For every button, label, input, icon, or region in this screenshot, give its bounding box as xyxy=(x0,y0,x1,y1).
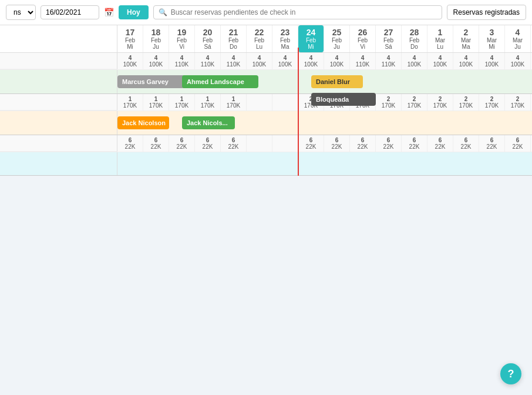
room-row-3 xyxy=(0,152,532,176)
price-cell-5 xyxy=(247,135,272,152)
room-row-jack: Jack Nicolson Jack Nicols... xyxy=(0,111,532,135)
ahmed-landscape-label: Ahmed Landscape xyxy=(187,78,244,85)
daniel-blur-bar[interactable]: Daniel Blur xyxy=(311,75,363,88)
toolbar: ns 📅 Hoy 🔍 Reservas registradas xyxy=(0,0,532,25)
price-cell-6: 4100K xyxy=(272,53,298,69)
bloqueada-label: Bloqueada xyxy=(316,96,349,103)
price-cell-14: 622K xyxy=(479,135,505,152)
jack-nicolson-label-2: Jack Nicols... xyxy=(187,119,228,126)
header-row-label xyxy=(0,25,117,52)
date-cell-3-Mar: 3MarMi xyxy=(479,25,505,52)
price-cells-3: 622K622K622K622K622K622K622K622K622K622K… xyxy=(117,135,532,152)
price-cell-13: 2170K xyxy=(453,94,479,111)
daniel-blur-label: Daniel Blur xyxy=(316,78,350,85)
price-cell-2: 4110K xyxy=(169,53,195,69)
today-line xyxy=(298,48,299,176)
price-cell-10: 4110K xyxy=(376,53,402,69)
bloqueada-bar[interactable]: Bloqueada xyxy=(311,93,376,106)
price-label-1 xyxy=(0,53,117,69)
jack-nicolson-bar-1[interactable]: Jack Nicolson xyxy=(117,116,169,129)
price-cell-8: 4100K xyxy=(324,53,350,69)
price-cell-8: 622K xyxy=(324,135,350,152)
price-cell-11: 622K xyxy=(402,135,427,152)
section-1: 4100K4100K4110K4110K4110K4100K4100K4100K… xyxy=(0,53,532,94)
price-cell-5 xyxy=(247,94,272,111)
price-cell-3: 622K xyxy=(195,135,221,152)
price-label-3 xyxy=(0,135,117,152)
ahmed-landscape-bar[interactable]: Ahmed Landscape xyxy=(182,75,258,88)
room-label-1 xyxy=(0,70,117,93)
jack-nicolson-bar-2[interactable]: Jack Nicols... xyxy=(182,116,235,129)
price-row-1: 4100K4100K4110K4110K4110K4100K4100K4100K… xyxy=(0,53,532,70)
price-cell-10: 622K xyxy=(376,135,402,152)
date-input[interactable] xyxy=(41,5,99,19)
price-cell-9: 4110K xyxy=(350,53,376,69)
price-cell-12: 4100K xyxy=(427,53,453,69)
price-cell-0: 1170K xyxy=(117,94,143,111)
search-input[interactable] xyxy=(171,8,437,16)
price-cell-15: 622K xyxy=(505,135,531,152)
price-cell-2: 622K xyxy=(169,135,195,152)
search-icon: 🔍 xyxy=(159,8,167,16)
price-cell-7: 4100K xyxy=(298,53,324,69)
date-cell-28-Feb: 28FebDo xyxy=(402,25,427,52)
date-cell-2-Mar: 2MarMa xyxy=(453,25,479,52)
date-cell-1-Mar: 1MarLu xyxy=(427,25,453,52)
price-cell-4: 1170K xyxy=(221,94,247,111)
room-label-2 xyxy=(0,111,117,135)
price-cells-1: 4100K4100K4110K4110K4110K4100K4100K4100K… xyxy=(117,53,532,69)
date-cell-26-Feb: 26FebVi xyxy=(350,25,376,52)
date-cell-21-Feb: 21FebDo xyxy=(221,25,247,52)
price-cell-11: 2170K xyxy=(402,94,427,111)
price-cell-13: 4100K xyxy=(453,53,479,69)
search-box: 🔍 xyxy=(153,5,442,19)
date-header-row: 17FebMi18FebJu19FebVi20FebSá21FebDo22Feb… xyxy=(0,25,532,53)
date-cell-24-Feb: 24FebMi xyxy=(298,25,324,52)
price-cell-0: 622K xyxy=(117,135,143,152)
date-cell-17-Feb: 17FebMi xyxy=(117,25,143,52)
date-cell-4-Mar: 4MarJu xyxy=(505,25,531,52)
reservas-button[interactable]: Reservas registradas xyxy=(447,5,526,20)
section-2: 1170K1170K1170K1170K1170K2170K2170K2170K… xyxy=(0,94,532,135)
jack-nicolson-label-1: Jack Nicolson xyxy=(122,119,166,126)
calendar-grid: 17FebMi18FebJu19FebVi20FebSá21FebDo22Feb… xyxy=(0,25,532,176)
price-cell-12: 2170K xyxy=(427,94,453,111)
room-cells-1: Marcus Garvey Daniel Blur Ahmed Landscap… xyxy=(117,70,532,93)
price-cell-5: 4100K xyxy=(247,53,272,69)
price-cell-7: 622K xyxy=(298,135,324,152)
price-cell-4: 4110K xyxy=(221,53,247,69)
price-cell-2: 1170K xyxy=(169,94,195,111)
date-cell-20-Feb: 20FebSá xyxy=(195,25,221,52)
calendar-icon[interactable]: 📅 xyxy=(104,8,114,17)
price-row-2: 1170K1170K1170K1170K1170K2170K2170K2170K… xyxy=(0,94,532,111)
price-cell-11: 4100K xyxy=(402,53,427,69)
price-cell-15: 2170K xyxy=(505,94,531,111)
room-cells-3 xyxy=(117,152,532,175)
date-cells: 17FebMi18FebJu19FebVi20FebSá21FebDo22Feb… xyxy=(117,25,532,52)
hoy-button[interactable]: Hoy xyxy=(119,5,149,19)
price-cell-14: 4100K xyxy=(479,53,505,69)
price-cell-1: 4100K xyxy=(143,53,169,69)
marcus-garvey-label: Marcus Garvey xyxy=(122,78,169,85)
price-cell-10: 2170K xyxy=(376,94,402,111)
price-cell-1: 622K xyxy=(143,135,169,152)
price-cell-12: 622K xyxy=(427,135,453,152)
price-label-2 xyxy=(0,94,117,111)
section-3: 622K622K622K622K622K622K622K622K622K622K… xyxy=(0,135,532,176)
date-cell-19-Feb: 19FebVi xyxy=(169,25,195,52)
room-row-marcus: Marcus Garvey Daniel Blur Ahmed Landscap… xyxy=(0,70,532,94)
price-cell-1: 1170K xyxy=(143,94,169,111)
date-cell-25-Feb: 25FebJu xyxy=(324,25,350,52)
price-cell-3: 1170K xyxy=(195,94,221,111)
price-cell-13: 622K xyxy=(453,135,479,152)
price-cell-4: 622K xyxy=(221,135,247,152)
price-row-3: 622K622K622K622K622K622K622K622K622K622K… xyxy=(0,135,532,152)
price-cell-0: 4100K xyxy=(117,53,143,69)
price-cell-14: 2170K xyxy=(479,94,505,111)
view-dropdown[interactable]: ns xyxy=(6,5,36,20)
date-cell-18-Feb: 18FebJu xyxy=(143,25,169,52)
price-cell-3: 4110K xyxy=(195,53,221,69)
date-cell-23-Feb: 23FebMa xyxy=(272,25,298,52)
room-label-3 xyxy=(0,152,117,175)
price-cell-9: 622K xyxy=(350,135,376,152)
